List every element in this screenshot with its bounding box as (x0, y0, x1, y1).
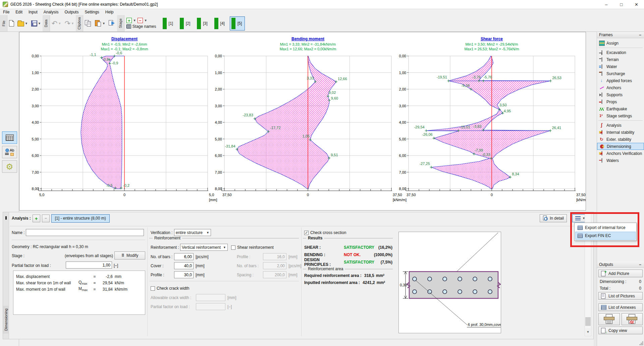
undo-button[interactable]: ↶▼ (50, 15, 63, 32)
save-file-button[interactable]: ▼ (30, 15, 43, 32)
scrollbar-thumb[interactable] (585, 317, 591, 326)
print-document-button[interactable] (598, 313, 620, 325)
svg-text:5,0: 5,0 (209, 193, 214, 197)
add-picture-button[interactable]: Add Picture (598, 270, 643, 277)
frames-item[interactable]: Supports (597, 91, 644, 98)
list-of-annexes-button[interactable]: List of Annexes (598, 303, 643, 311)
frames-item[interactable]: Anchors Verification (597, 150, 644, 157)
open-file-button[interactable]: ▼ (16, 15, 30, 32)
frames-item[interactable]: Dimensioning (597, 143, 644, 150)
maxima-row: Max. moment on 1m of wall Mmax = 31,84 k… (16, 286, 142, 292)
menu-item[interactable]: Edit (12, 9, 25, 15)
redo-dropdown-arrow[interactable]: ▼ (71, 22, 74, 25)
name-input[interactable] (26, 229, 144, 236)
drawing-settings-button[interactable]: Ab (2, 146, 17, 158)
verification-combo[interactable]: entire structure▼ (174, 229, 211, 236)
open-dropdown-arrow[interactable]: ▼ (25, 22, 28, 25)
new-file-button[interactable] (7, 15, 16, 32)
frames-item[interactable]: Surcharge (597, 70, 644, 77)
frames-collapse-button[interactable]: – (638, 33, 643, 37)
frames-item[interactable]: Terrain (597, 56, 644, 63)
settings-button[interactable]: ⚙ (2, 160, 17, 173)
frames-item[interactable]: Exter. stability (597, 136, 644, 143)
svg-text:7,00: 7,00 (215, 170, 222, 174)
frames-item[interactable]: Assign (597, 40, 644, 47)
toolbar-tab-data[interactable]: Data (43, 15, 50, 32)
close-button[interactable]: ✕ (629, 0, 644, 9)
resize-grip[interactable] (639, 341, 643, 345)
svg-text:8,00: 8,00 (32, 187, 39, 191)
add-analysis-button[interactable]: + (33, 215, 40, 222)
svg-text:-17,72: -17,72 (270, 126, 280, 130)
copy-button[interactable] (83, 15, 93, 32)
total-count-row: Total :0 (600, 286, 641, 291)
toolbar-tab-file[interactable]: File (0, 15, 7, 32)
scrollbar-down-arrow[interactable]: ▼ (585, 328, 591, 336)
frames-item[interactable]: Excavation (597, 49, 644, 56)
menu-item[interactable]: Input (25, 9, 41, 15)
stage-tab[interactable]: [4] (213, 16, 228, 31)
frames-item[interactable]: Anchors (597, 84, 644, 91)
minimize-button[interactable]: – (599, 0, 614, 9)
copy-view-button[interactable]: Copy view (598, 327, 643, 334)
print-picture-button[interactable] (622, 313, 643, 325)
add-stage-dropdown[interactable]: ▼ (133, 19, 136, 22)
modify-button[interactable]: ⠿Modify (114, 251, 145, 260)
bars-input[interactable] (174, 253, 194, 260)
frames-item[interactable]: Stage settings (597, 112, 644, 119)
frames-item[interactable]: Walers (597, 157, 644, 164)
maximize-button[interactable]: □ (614, 0, 629, 9)
redo-button[interactable]: ↷▼ (63, 15, 76, 32)
outputs-collapse-button[interactable]: – (638, 262, 643, 267)
remove-stage-dropdown[interactable]: ▼ (144, 19, 147, 22)
svg-text:[kNm/m]: [kNm/m] (393, 198, 407, 202)
copy-picture-button[interactable] (107, 15, 117, 32)
svg-text:-0,33: -0,33 (482, 153, 490, 157)
menu-item[interactable]: Settings (82, 9, 102, 15)
remove-stage-button[interactable]: − (138, 18, 143, 23)
in-detail-button[interactable]: In detail (540, 214, 567, 222)
stage-bar-icon (197, 18, 201, 29)
toolbar-tab-stage[interactable]: Stage (117, 15, 124, 32)
reinforcement-combo[interactable]: Vertical reinforcement▼ (180, 244, 228, 251)
export-menu-item[interactable]: Export of internal force (575, 224, 636, 232)
cover-input[interactable] (174, 262, 194, 269)
menu-item[interactable]: File (0, 9, 12, 15)
dimensioning-panel: Dimensioning Analysis : + − [1] - entire… (3, 212, 594, 339)
partial-factor-input[interactable] (66, 262, 112, 269)
save-dropdown-arrow[interactable]: ▼ (38, 22, 41, 25)
export-menu-item[interactable]: Export FIN EC (575, 232, 636, 240)
stage-names-label[interactable]: Stage names (132, 24, 156, 29)
table-view-button[interactable] (2, 131, 17, 144)
check-crack-width-checkbox[interactable] (151, 286, 155, 291)
splitter-grip[interactable] (5, 216, 7, 220)
profile-input[interactable] (174, 271, 194, 278)
list-of-pictures-button[interactable]: List of Pictures (598, 292, 643, 300)
undo-dropdown-arrow[interactable]: ▼ (58, 22, 61, 25)
analysis-tab[interactable]: [1] - entire structure (8,00 m) (51, 214, 110, 223)
stage-tab[interactable]: [1] (161, 16, 176, 31)
dimensioning-count-row: Dimensioning :0 (600, 279, 641, 284)
paste-button[interactable]: ▼ (93, 15, 107, 32)
stage-tab[interactable]: [3] (195, 16, 210, 31)
remove-analysis-button[interactable]: − (42, 215, 50, 222)
frames-item[interactable]: Analysis (597, 122, 644, 129)
menu-item[interactable]: Analysis (41, 9, 62, 15)
toolbar-tab-clipboard[interactable]: Clipboa (76, 15, 83, 32)
shear-reinforcement-checkbox[interactable] (231, 245, 235, 250)
frames-item[interactable]: Earthquake (597, 105, 644, 112)
menu-item[interactable]: Help (102, 9, 117, 15)
svg-text:-19,51: -19,51 (437, 75, 447, 79)
frames-item[interactable]: Internal stability (597, 129, 644, 136)
menu-item[interactable]: Outputs (61, 9, 82, 15)
stage-bar-icon (163, 18, 167, 29)
stage-tab[interactable]: [2] (178, 16, 193, 31)
check-cross-section-checkbox[interactable]: ✓ (304, 231, 309, 235)
frames-title: Frames (599, 33, 613, 37)
frames-item[interactable]: Water (597, 63, 644, 70)
add-stage-button[interactable]: + (126, 18, 132, 23)
frames-item[interactable]: Applied forces (597, 77, 644, 84)
stage-tab[interactable]: [5] (230, 16, 245, 31)
frames-item[interactable]: Props (597, 98, 644, 105)
paste-dropdown-arrow[interactable]: ▼ (102, 22, 105, 25)
